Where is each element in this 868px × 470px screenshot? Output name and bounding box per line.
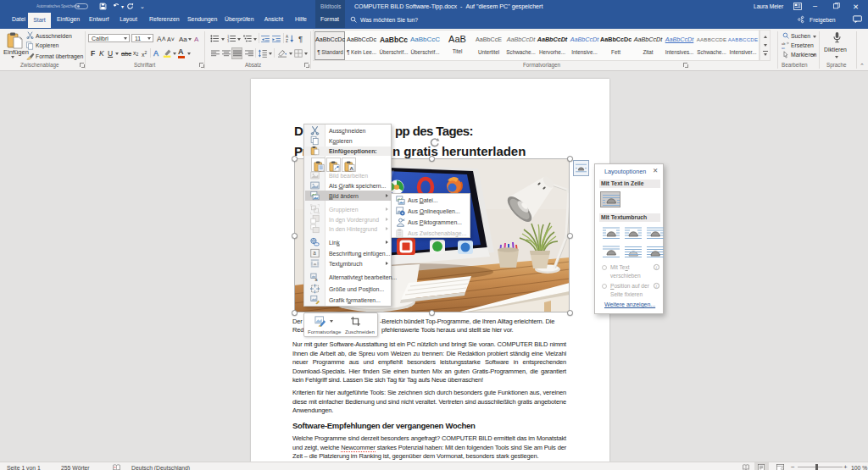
svg-text:Z: Z (286, 39, 288, 43)
svg-text:A: A (286, 35, 289, 39)
svg-text:a: a (313, 251, 316, 257)
svg-text:ab: ab (782, 42, 785, 46)
svg-text:ac: ac (782, 47, 785, 49)
svg-text:A: A (349, 166, 353, 171)
svg-text:3: 3 (227, 40, 229, 42)
svg-text:a: a (315, 277, 319, 282)
